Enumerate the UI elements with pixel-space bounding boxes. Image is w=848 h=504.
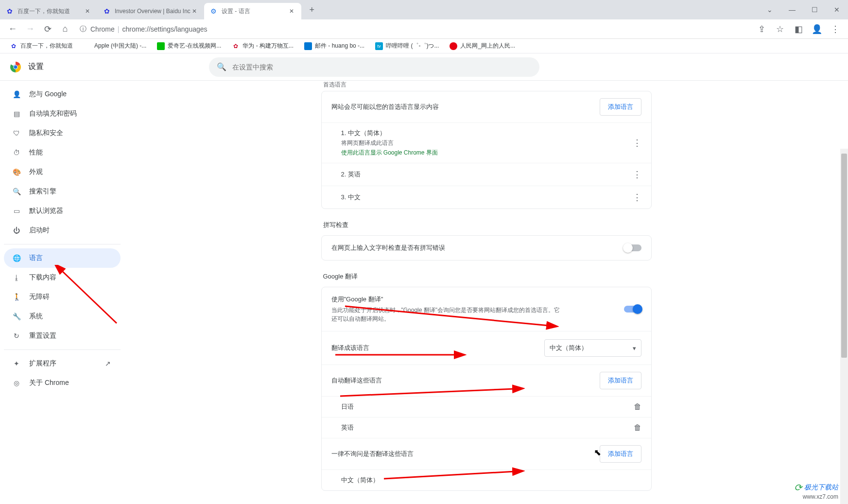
back-button[interactable]: ←	[4, 20, 21, 38]
browser-tab-investor[interactable]: ✿ Investor Overview | Baidu Inc ✕	[97, 3, 204, 19]
new-tab-button[interactable]: +	[305, 3, 319, 17]
delete-icon[interactable]: 🗑	[634, 423, 641, 432]
sidebar-item-autofill[interactable]: ▤自动填充和密码	[4, 104, 121, 123]
bookmark-item[interactable]: ✿华为 - 构建万物互...	[228, 40, 297, 52]
browser-tab-settings[interactable]: ⚙ 设置 - 语言 ✕	[204, 3, 301, 19]
wrench-icon: 🔧	[12, 312, 21, 321]
download-icon: ⭳	[12, 273, 21, 282]
use-translate-toggle[interactable]	[624, 306, 641, 313]
browser-tab-baidu[interactable]: ✿ 百度一下，你就知道 ✕	[0, 3, 97, 19]
palette-icon: 🎨	[12, 167, 21, 177]
globe-icon: 🌐	[12, 253, 21, 263]
bookmark-item[interactable]: tv哔哩哔哩 (゜-゜)つ...	[371, 40, 443, 52]
close-window-button[interactable]: ✕	[826, 0, 848, 19]
delete-icon[interactable]: 🗑	[634, 402, 641, 411]
settings-search[interactable]: 🔍	[209, 57, 539, 77]
language-row: 3. 中文 ⋮	[322, 186, 651, 209]
tab-title: 百度一下，你就知道	[17, 7, 84, 16]
bookmark-item[interactable]: 爱奇艺-在线视频网...	[153, 40, 225, 52]
favicon-icon: ✿	[10, 42, 17, 50]
browser-tabs: ✿ 百度一下，你就知道 ✕ ✿ Investor Overview | Baid…	[0, 3, 319, 19]
chrome-icon: ◎	[12, 378, 21, 388]
auto-translate-item: 英语 🗑	[322, 417, 651, 438]
sidebar-item-reset[interactable]: ↻重置设置	[4, 326, 121, 346]
url-path: chrome://settings/languages	[122, 25, 207, 33]
reload-button[interactable]: ⟳	[39, 20, 56, 38]
bookmark-item[interactable]: ✿百度一下，你就知道	[6, 40, 77, 52]
language-row: 2. 英语 ⋮	[322, 163, 651, 186]
search-input[interactable]	[232, 63, 532, 71]
sidebar-item-system[interactable]: 🔧系统	[4, 307, 121, 326]
favicon-icon	[84, 42, 91, 50]
scrollbar-track[interactable]	[840, 149, 848, 504]
translate-target-select[interactable]: 中文（简体） ▾	[544, 339, 641, 357]
sidebar-item-downloads[interactable]: ⭳下载内容	[4, 268, 121, 287]
share-icon[interactable]: ⇪	[753, 20, 770, 38]
sidebar-item-default-browser[interactable]: ▭默认浏览器	[4, 201, 121, 221]
window-controls: ⌄ — ☐ ✕	[759, 0, 848, 19]
minimize-button[interactable]: —	[781, 0, 803, 19]
tab-title: 设置 - 语言	[222, 7, 288, 16]
close-icon[interactable]: ✕	[190, 7, 198, 15]
autofill-icon: ▤	[12, 109, 21, 119]
maximize-button[interactable]: ☐	[803, 0, 826, 19]
sidebar-item-about[interactable]: ◎关于 Chrome	[4, 373, 121, 393]
favicon-icon	[450, 42, 457, 50]
add-language-button[interactable]: 添加语言	[600, 98, 641, 116]
svg-point-3	[14, 65, 17, 69]
sidebar-item-performance[interactable]: ⏱性能	[4, 143, 121, 162]
sidebar-item-languages[interactable]: 🌐语言	[4, 248, 121, 268]
bookmark-star-icon[interactable]: ☆	[771, 20, 789, 38]
bookmarks-bar: ✿百度一下，你就知道 Apple (中国大陆) -... 爱奇艺-在线视频网..…	[0, 39, 848, 53]
forward-button[interactable]: →	[21, 20, 39, 38]
side-panel-icon[interactable]: ◧	[790, 20, 807, 38]
section-title: 首选语言	[321, 81, 652, 91]
bookmark-item[interactable]: Apple (中国大陆) -...	[80, 40, 150, 52]
reset-icon: ↻	[12, 331, 21, 341]
scrollbar-thumb[interactable]	[841, 154, 847, 358]
more-options-icon[interactable]: ⋮	[633, 138, 641, 148]
favicon-icon	[304, 42, 312, 50]
favicon-icon: tv	[375, 42, 383, 50]
sidebar-item-you-and-google[interactable]: 👤您与 Google	[4, 85, 121, 104]
settings-content[interactable]: 首选语言 网站会尽可能以您的首选语言显示内容 添加语言 1. 中文（简体） 将网…	[124, 81, 848, 504]
auto-translate-item: 日语 🗑	[322, 396, 651, 417]
omnibox[interactable]: ⓘ Chrome | chrome://settings/languages	[74, 25, 753, 34]
spellcheck-toggle[interactable]	[624, 244, 641, 251]
close-icon[interactable]: ✕	[288, 7, 295, 15]
add-language-button[interactable]: 添加语言	[600, 372, 641, 389]
power-icon: ⏻	[12, 226, 21, 235]
more-options-icon[interactable]: ⋮	[633, 169, 641, 180]
browser-icon: ▭	[12, 206, 21, 216]
bookmark-item[interactable]: 邮件 - huang bo -...	[300, 40, 368, 52]
person-icon: 👤	[12, 89, 21, 99]
extension-icon: ✦	[12, 359, 21, 368]
spellcheck-card: 在网页上输入文字时检查是否有拼写错误	[321, 235, 652, 261]
bookmark-item[interactable]: 人民网_网上的人民...	[446, 40, 519, 52]
language-row: 1. 中文（简体） 将网页翻译成此语言 使用此语言显示 Google Chrom…	[322, 122, 651, 163]
add-language-button[interactable]: 添加语言	[600, 445, 641, 463]
kebab-menu-icon[interactable]: ⋮	[827, 20, 844, 38]
sidebar-item-privacy[interactable]: 🛡隐私和安全	[4, 123, 121, 143]
sidebar-item-appearance[interactable]: 🎨外观	[4, 162, 121, 182]
profile-avatar-icon[interactable]: 👤	[808, 20, 826, 38]
favicon-icon	[157, 42, 165, 50]
external-link-icon: ↗	[105, 360, 113, 367]
site-info-icon[interactable]: ⓘ	[80, 25, 87, 34]
preferred-languages-card: 网站会尽可能以您的首选语言显示内容 添加语言 1. 中文（简体） 将网页翻译成此…	[321, 91, 652, 209]
home-button[interactable]: ⌂	[56, 20, 74, 38]
pref-lang-desc: 网站会尽可能以您的首选语言显示内容	[331, 103, 439, 111]
close-icon[interactable]: ✕	[84, 7, 91, 15]
divider	[4, 349, 121, 350]
search-icon: 🔍	[217, 62, 226, 71]
never-translate-item: 中文（简体）	[322, 469, 651, 490]
accessibility-icon: 🚶	[12, 292, 21, 302]
dropdown-icon[interactable]: ⌄	[759, 0, 781, 19]
sidebar-item-accessibility[interactable]: 🚶无障碍	[4, 287, 121, 307]
more-options-icon[interactable]: ⋮	[633, 192, 641, 203]
sidebar-item-extensions[interactable]: ✦扩展程序↗	[4, 354, 121, 373]
chrome-logo-icon	[10, 61, 21, 73]
sidebar-item-on-startup[interactable]: ⏻启动时	[4, 221, 121, 240]
settings-sidebar: 👤您与 Google ▤自动填充和密码 🛡隐私和安全 ⏱性能 🎨外观 🔍搜索引擎…	[0, 81, 124, 504]
sidebar-item-search-engine[interactable]: 🔍搜索引擎	[4, 182, 121, 201]
